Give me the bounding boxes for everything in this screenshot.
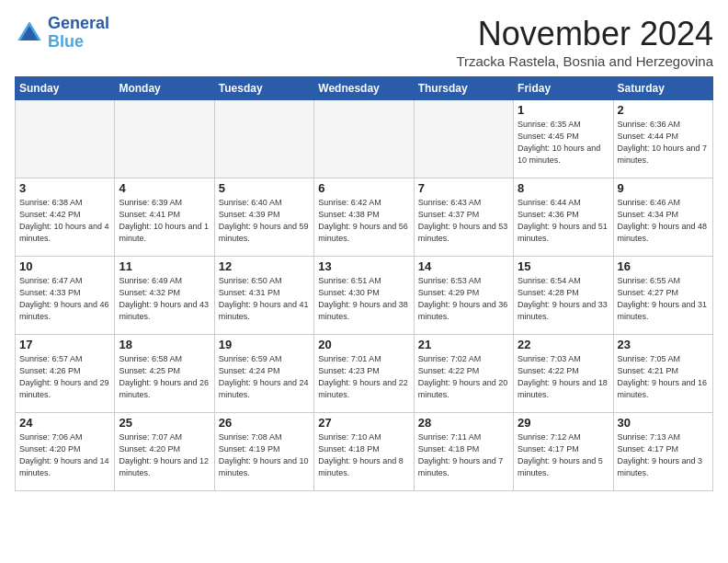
weekday-header-wednesday: Wednesday bbox=[314, 77, 414, 100]
calendar-cell bbox=[115, 100, 214, 178]
day-info: Sunrise: 6:55 AM Sunset: 4:27 PM Dayligh… bbox=[618, 275, 709, 323]
calendar-cell: 3Sunrise: 6:38 AM Sunset: 4:42 PM Daylig… bbox=[16, 178, 115, 257]
day-number: 17 bbox=[19, 338, 110, 351]
day-info: Sunrise: 6:38 AM Sunset: 4:42 PM Dayligh… bbox=[19, 197, 110, 245]
calendar-cell: 14Sunrise: 6:53 AM Sunset: 4:29 PM Dayli… bbox=[414, 257, 513, 335]
day-info: Sunrise: 6:40 AM Sunset: 4:39 PM Dayligh… bbox=[219, 197, 310, 245]
day-info: Sunrise: 6:49 AM Sunset: 4:32 PM Dayligh… bbox=[119, 275, 210, 323]
day-info: Sunrise: 6:43 AM Sunset: 4:37 PM Dayligh… bbox=[418, 197, 509, 245]
day-number: 13 bbox=[318, 259, 409, 273]
day-info: Sunrise: 6:44 AM Sunset: 4:36 PM Dayligh… bbox=[518, 197, 609, 245]
day-number: 12 bbox=[219, 259, 310, 273]
page-header: General Blue November 2024 Trzacka Raste… bbox=[15, 15, 713, 69]
day-info: Sunrise: 7:10 AM Sunset: 4:18 PM Dayligh… bbox=[318, 431, 409, 479]
calendar-table: SundayMondayTuesdayWednesdayThursdayFrid… bbox=[15, 76, 713, 491]
logo-icon bbox=[15, 18, 44, 48]
day-info: Sunrise: 7:01 AM Sunset: 4:23 PM Dayligh… bbox=[318, 353, 409, 401]
calendar-cell: 21Sunrise: 7:02 AM Sunset: 4:22 PM Dayli… bbox=[414, 335, 513, 413]
day-info: Sunrise: 6:36 AM Sunset: 4:44 PM Dayligh… bbox=[618, 119, 709, 167]
calendar-cell: 8Sunrise: 6:44 AM Sunset: 4:36 PM Daylig… bbox=[514, 178, 613, 257]
calendar-cell bbox=[414, 100, 513, 178]
day-info: Sunrise: 6:57 AM Sunset: 4:26 PM Dayligh… bbox=[19, 353, 110, 401]
day-info: Sunrise: 6:59 AM Sunset: 4:24 PM Dayligh… bbox=[219, 353, 310, 401]
calendar-cell: 17Sunrise: 6:57 AM Sunset: 4:26 PM Dayli… bbox=[16, 335, 115, 413]
calendar-cell: 28Sunrise: 7:11 AM Sunset: 4:18 PM Dayli… bbox=[414, 413, 513, 491]
day-info: Sunrise: 7:13 AM Sunset: 4:17 PM Dayligh… bbox=[618, 431, 709, 479]
day-info: Sunrise: 6:53 AM Sunset: 4:29 PM Dayligh… bbox=[418, 275, 509, 323]
calendar-cell: 7Sunrise: 6:43 AM Sunset: 4:37 PM Daylig… bbox=[414, 178, 513, 257]
day-number: 21 bbox=[418, 338, 509, 351]
calendar-cell bbox=[314, 100, 414, 178]
calendar-cell: 20Sunrise: 7:01 AM Sunset: 4:23 PM Dayli… bbox=[314, 335, 414, 413]
weekday-header-monday: Monday bbox=[115, 77, 214, 100]
calendar-cell: 30Sunrise: 7:13 AM Sunset: 4:17 PM Dayli… bbox=[613, 413, 712, 491]
logo-text: General Blue bbox=[48, 15, 109, 52]
day-info: Sunrise: 7:02 AM Sunset: 4:22 PM Dayligh… bbox=[418, 353, 509, 401]
calendar-week-row: 17Sunrise: 6:57 AM Sunset: 4:26 PM Dayli… bbox=[16, 335, 713, 413]
weekday-header-sunday: Sunday bbox=[16, 77, 115, 100]
calendar-cell: 23Sunrise: 7:05 AM Sunset: 4:21 PM Dayli… bbox=[613, 335, 712, 413]
day-number: 22 bbox=[518, 338, 609, 351]
location: Trzacka Rastela, Bosnia and Herzegovina bbox=[456, 53, 713, 69]
day-number: 5 bbox=[219, 181, 310, 195]
day-number: 24 bbox=[19, 416, 110, 430]
day-info: Sunrise: 7:05 AM Sunset: 4:21 PM Dayligh… bbox=[618, 353, 709, 401]
calendar-cell: 6Sunrise: 6:42 AM Sunset: 4:38 PM Daylig… bbox=[314, 178, 414, 257]
calendar-cell: 22Sunrise: 7:03 AM Sunset: 4:22 PM Dayli… bbox=[514, 335, 613, 413]
day-info: Sunrise: 6:51 AM Sunset: 4:30 PM Dayligh… bbox=[318, 275, 409, 323]
calendar-cell: 12Sunrise: 6:50 AM Sunset: 4:31 PM Dayli… bbox=[214, 257, 313, 335]
calendar-cell: 13Sunrise: 6:51 AM Sunset: 4:30 PM Dayli… bbox=[314, 257, 414, 335]
calendar-cell: 27Sunrise: 7:10 AM Sunset: 4:18 PM Dayli… bbox=[314, 413, 414, 491]
day-number: 18 bbox=[119, 338, 210, 351]
title-block: November 2024 Trzacka Rastela, Bosnia an… bbox=[456, 15, 713, 69]
calendar-cell bbox=[16, 100, 115, 178]
calendar-cell: 10Sunrise: 6:47 AM Sunset: 4:33 PM Dayli… bbox=[16, 257, 115, 335]
calendar-cell: 15Sunrise: 6:54 AM Sunset: 4:28 PM Dayli… bbox=[514, 257, 613, 335]
day-number: 16 bbox=[618, 259, 709, 273]
weekday-header-thursday: Thursday bbox=[414, 77, 513, 100]
day-info: Sunrise: 7:11 AM Sunset: 4:18 PM Dayligh… bbox=[418, 431, 509, 479]
calendar-week-row: 24Sunrise: 7:06 AM Sunset: 4:20 PM Dayli… bbox=[16, 413, 713, 491]
calendar-cell: 19Sunrise: 6:59 AM Sunset: 4:24 PM Dayli… bbox=[214, 335, 313, 413]
day-info: Sunrise: 6:58 AM Sunset: 4:25 PM Dayligh… bbox=[119, 353, 210, 401]
logo: General Blue bbox=[15, 15, 109, 52]
day-info: Sunrise: 6:47 AM Sunset: 4:33 PM Dayligh… bbox=[19, 275, 110, 323]
day-number: 11 bbox=[119, 259, 210, 273]
day-info: Sunrise: 7:03 AM Sunset: 4:22 PM Dayligh… bbox=[518, 353, 609, 401]
calendar-cell: 29Sunrise: 7:12 AM Sunset: 4:17 PM Dayli… bbox=[514, 413, 613, 491]
day-number: 25 bbox=[119, 416, 210, 430]
day-number: 6 bbox=[318, 181, 409, 195]
weekday-header-saturday: Saturday bbox=[613, 77, 712, 100]
weekday-header-friday: Friday bbox=[514, 77, 613, 100]
calendar-cell: 24Sunrise: 7:06 AM Sunset: 4:20 PM Dayli… bbox=[16, 413, 115, 491]
day-number: 23 bbox=[618, 338, 709, 351]
day-info: Sunrise: 6:39 AM Sunset: 4:41 PM Dayligh… bbox=[119, 197, 210, 245]
calendar-cell bbox=[214, 100, 313, 178]
day-info: Sunrise: 7:12 AM Sunset: 4:17 PM Dayligh… bbox=[518, 431, 609, 479]
day-info: Sunrise: 7:06 AM Sunset: 4:20 PM Dayligh… bbox=[19, 431, 110, 479]
day-number: 26 bbox=[219, 416, 310, 430]
day-number: 2 bbox=[618, 103, 709, 117]
day-info: Sunrise: 6:42 AM Sunset: 4:38 PM Dayligh… bbox=[318, 197, 409, 245]
day-info: Sunrise: 7:08 AM Sunset: 4:19 PM Dayligh… bbox=[219, 431, 310, 479]
day-number: 30 bbox=[618, 416, 709, 430]
calendar-header-row: SundayMondayTuesdayWednesdayThursdayFrid… bbox=[16, 77, 713, 100]
day-number: 19 bbox=[219, 338, 310, 351]
day-info: Sunrise: 7:07 AM Sunset: 4:20 PM Dayligh… bbox=[119, 431, 210, 479]
day-number: 15 bbox=[518, 259, 609, 273]
day-info: Sunrise: 6:46 AM Sunset: 4:34 PM Dayligh… bbox=[618, 197, 709, 245]
day-number: 1 bbox=[518, 103, 609, 117]
calendar-cell: 26Sunrise: 7:08 AM Sunset: 4:19 PM Dayli… bbox=[214, 413, 313, 491]
day-info: Sunrise: 6:35 AM Sunset: 4:45 PM Dayligh… bbox=[518, 119, 609, 167]
day-number: 28 bbox=[418, 416, 509, 430]
calendar-cell: 25Sunrise: 7:07 AM Sunset: 4:20 PM Dayli… bbox=[115, 413, 214, 491]
day-number: 3 bbox=[19, 181, 110, 195]
day-number: 8 bbox=[518, 181, 609, 195]
day-number: 9 bbox=[618, 181, 709, 195]
day-number: 10 bbox=[19, 259, 110, 273]
day-info: Sunrise: 6:50 AM Sunset: 4:31 PM Dayligh… bbox=[219, 275, 310, 323]
day-number: 4 bbox=[119, 181, 210, 195]
day-number: 27 bbox=[318, 416, 409, 430]
calendar-cell: 2Sunrise: 6:36 AM Sunset: 4:44 PM Daylig… bbox=[613, 100, 712, 178]
calendar-week-row: 1Sunrise: 6:35 AM Sunset: 4:45 PM Daylig… bbox=[16, 100, 713, 178]
